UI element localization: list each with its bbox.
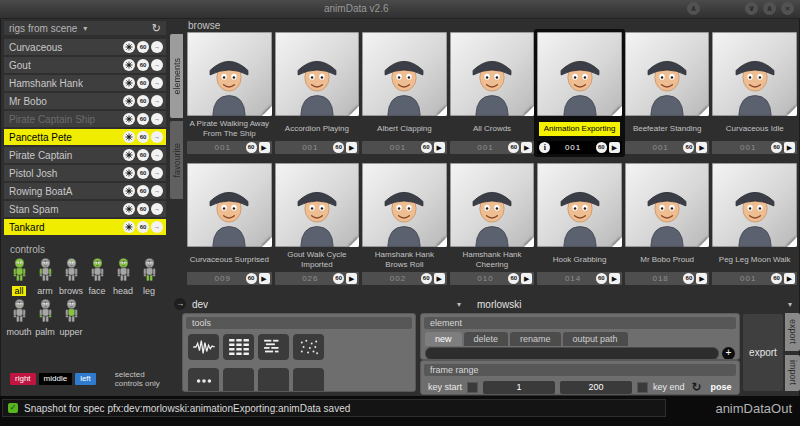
fps-badge-icon[interactable]: 60 (137, 77, 149, 89)
select-controls-icon[interactable] (123, 77, 135, 89)
tab-elements[interactable]: elements (170, 34, 183, 118)
table-grid-icon[interactable] (223, 334, 254, 360)
left-mouse-button[interactable]: left (75, 373, 96, 385)
rig-row[interactable]: Pirate Captain Ship 60 → (4, 111, 166, 127)
rig-row[interactable]: Pistol Josh 60 → (4, 165, 166, 181)
go-arrow-icon[interactable]: → (174, 298, 186, 310)
fps-badge-icon[interactable]: 60 (137, 149, 149, 161)
tab-favourite[interactable]: favourite (170, 121, 183, 199)
control-part-palm[interactable]: palm (32, 299, 58, 337)
middle-mouse-button[interactable]: middle (39, 373, 73, 385)
rigs-source-dropdown[interactable]: rigs from scene ▾ ↻ (4, 21, 166, 35)
anim-card[interactable]: Curvaceous Idle i 001 60 ▶ (712, 32, 797, 154)
fps-badge-icon[interactable]: 60 (137, 95, 149, 107)
frame-end-input[interactable]: 200 (560, 381, 632, 394)
tab-export[interactable]: export (785, 313, 800, 351)
play-button[interactable]: ▶ (609, 142, 620, 153)
anim-thumbnail[interactable] (187, 32, 272, 116)
waveform-icon[interactable] (188, 334, 219, 360)
minimize-button[interactable]: ∨ (745, 2, 758, 15)
control-part-leg[interactable]: leg (136, 258, 162, 296)
play-button[interactable]: ▶ (521, 273, 532, 284)
anim-thumbnail[interactable] (712, 163, 797, 247)
anim-card[interactable]: Beefeater Standing i 001 60 ▶ (625, 32, 710, 154)
fps-badge-icon[interactable]: 60 (137, 221, 149, 233)
key-end-checkbox[interactable] (637, 382, 648, 393)
scatter-dots-icon[interactable] (293, 334, 324, 360)
empty-slot[interactable] (223, 368, 254, 392)
anim-thumbnail[interactable] (625, 32, 710, 116)
right-mouse-button[interactable]: right (10, 373, 36, 385)
fps-badge-icon[interactable]: 60 (137, 59, 149, 71)
empty-slot[interactable] (293, 368, 324, 392)
fps-badge-icon[interactable]: 60 (421, 273, 432, 284)
rig-row[interactable]: Gout 60 → (4, 57, 166, 73)
play-button[interactable]: ▶ (784, 273, 795, 284)
play-button[interactable]: ▶ (784, 142, 795, 153)
rig-row[interactable]: Tankard 60 → (4, 219, 166, 235)
element-name-input[interactable] (425, 347, 719, 360)
anim-card[interactable]: Hook Grabbing i 014 60 ▶ (537, 163, 622, 285)
fps-badge-icon[interactable]: 60 (596, 142, 607, 153)
anim-card[interactable]: Hamshank Hank Cheering i 010 60 ▶ (450, 163, 535, 285)
anim-card[interactable]: A Pirate Walking Away From The Ship i 00… (187, 32, 272, 154)
list-lines-icon[interactable] (258, 334, 289, 360)
control-part-mouth[interactable]: mouth (6, 299, 32, 337)
apply-arrow-icon[interactable]: → (151, 41, 163, 53)
anim-card[interactable]: Accordion Playing i 001 60 ▶ (275, 32, 360, 154)
maximize-button[interactable]: ∧ (763, 2, 776, 15)
refresh-icon[interactable]: ↻ (152, 22, 161, 35)
control-part-upper[interactable]: upper (58, 299, 84, 337)
play-button[interactable]: ▶ (521, 142, 532, 153)
export-button[interactable]: export (742, 313, 784, 392)
rig-row[interactable]: Stan Spam 60 → (4, 201, 166, 217)
select-controls-icon[interactable] (123, 149, 135, 161)
fps-badge-icon[interactable]: 60 (421, 142, 432, 153)
ellipsis-icon[interactable] (188, 368, 219, 392)
fps-badge-icon[interactable]: 60 (137, 185, 149, 197)
apply-arrow-icon[interactable]: → (151, 59, 163, 71)
element-tab-delete[interactable]: delete (464, 332, 509, 346)
loop-icon[interactable]: ↻ (692, 380, 702, 394)
select-controls-icon[interactable] (123, 113, 135, 125)
anim-card[interactable]: Hamshank Hank Brows Roll i 002 60 ▶ (362, 163, 447, 285)
rig-row[interactable]: Mr Bobo 60 → (4, 93, 166, 109)
anim-card[interactable]: Mr Bobo Proud i 018 60 ▶ (625, 163, 710, 285)
anim-thumbnail[interactable] (537, 32, 622, 116)
select-controls-icon[interactable] (123, 41, 135, 53)
fps-badge-icon[interactable]: 60 (137, 113, 149, 125)
apply-arrow-icon[interactable]: → (151, 77, 163, 89)
rig-row[interactable]: Curvaceous 60 → (4, 39, 166, 55)
apply-arrow-icon[interactable]: → (151, 221, 163, 233)
fps-badge-icon[interactable]: 60 (137, 41, 149, 53)
play-button[interactable]: ▶ (609, 273, 620, 284)
anim-thumbnail[interactable] (187, 163, 272, 247)
apply-arrow-icon[interactable]: → (151, 167, 163, 179)
fps-badge-icon[interactable]: 60 (246, 273, 257, 284)
tab-import[interactable]: import (785, 355, 800, 391)
fps-badge-icon[interactable]: 60 (508, 142, 519, 153)
apply-arrow-icon[interactable]: → (151, 131, 163, 143)
anim-card[interactable]: Gout Walk Cycle Imported i 026 60 ▶ (275, 163, 360, 285)
anim-card[interactable]: All Crowds i 001 60 ▶ (450, 32, 535, 154)
select-controls-icon[interactable] (123, 131, 135, 143)
apply-arrow-icon[interactable]: → (151, 185, 163, 197)
anim-thumbnail[interactable] (537, 163, 622, 247)
anim-thumbnail[interactable] (450, 163, 535, 247)
element-tab-new[interactable]: new (425, 332, 462, 346)
anim-thumbnail[interactable] (450, 32, 535, 116)
fps-badge-icon[interactable]: 60 (137, 203, 149, 215)
anim-card[interactable]: Curvaceous Surprised i 009 60 ▶ (187, 163, 272, 285)
play-button[interactable]: ▶ (346, 142, 357, 153)
apply-arrow-icon[interactable]: → (151, 113, 163, 125)
play-button[interactable]: ▶ (696, 273, 707, 284)
fps-badge-icon[interactable]: 60 (683, 142, 694, 153)
select-controls-icon[interactable] (123, 185, 135, 197)
key-start-checkbox[interactable] (467, 382, 478, 393)
rollup-button[interactable]: ∧ (687, 2, 700, 15)
control-part-head[interactable]: head (110, 258, 136, 296)
anim-thumbnail[interactable] (712, 32, 797, 116)
play-button[interactable]: ▶ (434, 142, 445, 153)
anim-thumbnail[interactable] (362, 163, 447, 247)
fps-badge-icon[interactable]: 60 (137, 131, 149, 143)
